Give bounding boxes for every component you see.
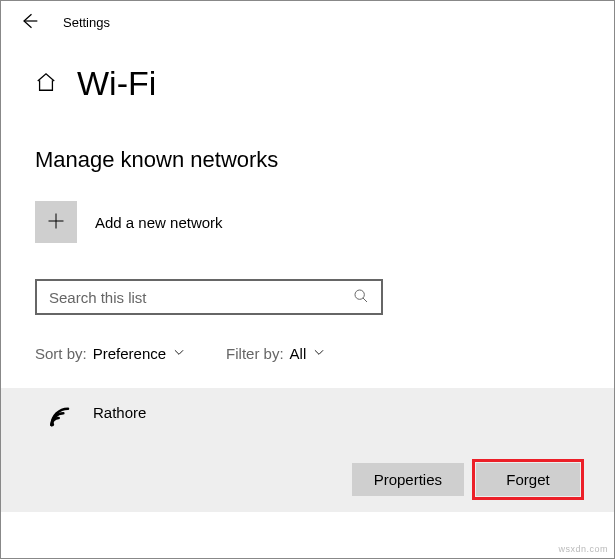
watermark: wsxdn.com [558,544,608,554]
sort-by-value: Preference [93,345,166,362]
section-heading: Manage known networks [1,113,614,183]
window-header: Settings [1,1,614,44]
add-icon-box [35,201,77,243]
search-input[interactable] [49,289,353,306]
back-arrow-icon [19,11,39,34]
svg-point-1 [50,423,54,427]
sort-by-dropdown[interactable]: Sort by: Preference [35,345,186,362]
page-title: Wi-Fi [77,64,156,103]
back-button[interactable] [19,11,39,34]
filter-by-label: Filter by: [226,345,284,362]
add-network-button[interactable]: Add a new network [1,183,614,261]
properties-button[interactable]: Properties [352,463,464,496]
filter-by-dropdown[interactable]: Filter by: All [226,345,326,362]
breadcrumb-settings: Settings [63,15,110,30]
search-box[interactable] [35,279,383,315]
sort-by-label: Sort by: [35,345,87,362]
chevron-down-icon [172,345,186,362]
svg-point-0 [355,290,364,299]
forget-button[interactable]: Forget [476,463,580,496]
wifi-icon [47,404,75,435]
chevron-down-icon [312,345,326,362]
network-actions: Properties Forget [47,463,580,496]
plus-icon [46,211,66,234]
network-name: Rathore [93,404,146,421]
add-network-label: Add a new network [95,214,223,231]
network-row: Rathore [47,404,580,435]
title-row: Wi-Fi [1,44,614,113]
filter-by-value: All [290,345,307,362]
network-item[interactable]: Rathore Properties Forget [1,388,614,512]
home-icon[interactable] [35,71,57,96]
search-icon [353,288,369,307]
sort-filter-row: Sort by: Preference Filter by: All [1,325,614,382]
